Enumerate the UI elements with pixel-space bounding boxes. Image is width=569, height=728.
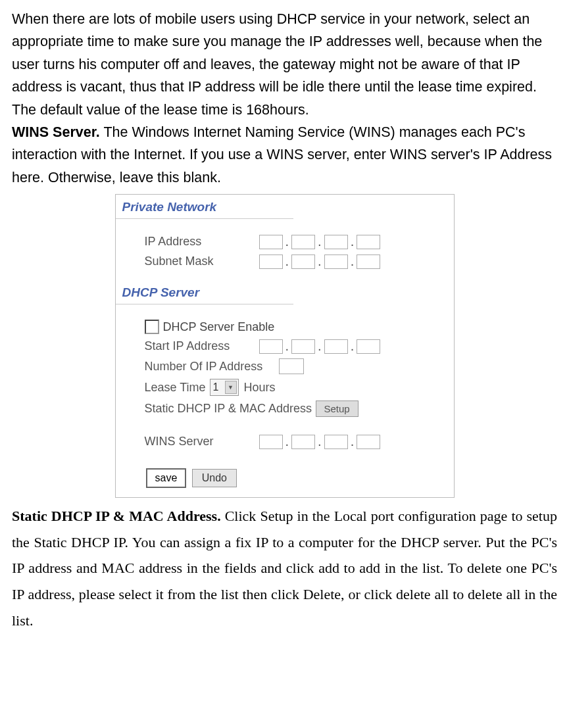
start-ip-octet-4[interactable] (357, 339, 380, 354)
setup-button[interactable]: Setup (316, 400, 359, 417)
subnet-mask-label: Subnet Mask (145, 255, 257, 268)
button-row: save Undo (116, 460, 454, 497)
num-ip-input[interactable] (279, 358, 304, 374)
ip-octet-1[interactable] (259, 235, 283, 249)
lease-time-row: Lease Time 1 ▼ Hours (145, 379, 434, 396)
dhcp-server-body: DHCP Server Enable Start IP Address . . … (116, 304, 454, 460)
num-ip-row: Number Of IP Address (145, 358, 434, 374)
wins-octet-3[interactable] (324, 435, 348, 449)
start-ip-octet-1[interactable] (259, 339, 283, 354)
mask-octet-2[interactable] (291, 255, 315, 269)
config-panel: Private Network IP Address . . . Subnet … (115, 194, 455, 498)
lease-time-label: Lease Time (145, 381, 206, 395)
static-dhcp-row: Static DHCP IP & MAC Address Setup (145, 400, 434, 417)
dot-icon: . (351, 339, 355, 354)
intro-paragraph: When there are lots of mobile users usin… (12, 8, 557, 189)
private-network-body: IP Address . . . Subnet Mask . . . (116, 219, 454, 280)
dhcp-enable-checkbox[interactable] (145, 320, 159, 334)
subnet-mask-row: Subnet Mask . . . (145, 254, 434, 269)
ip-octet-3[interactable] (324, 235, 348, 249)
start-ip-label: Start IP Address (145, 339, 257, 353)
ip-address-row: IP Address . . . (145, 234, 434, 249)
static-dhcp-paragraph: Static DHCP IP & MAC Address. Click Setu… (12, 503, 557, 633)
dot-icon: . (351, 234, 355, 249)
mask-octet-4[interactable] (357, 255, 380, 269)
dot-icon: . (318, 254, 322, 269)
save-button[interactable]: save (146, 468, 187, 488)
dot-icon: . (285, 254, 289, 269)
start-ip-octet-3[interactable] (324, 339, 348, 354)
para1-text: When there are lots of mobile users usin… (12, 11, 542, 118)
undo-button[interactable]: Undo (192, 469, 237, 487)
wins-heading: WINS Server. (12, 124, 100, 140)
ip-address-label: IP Address (145, 235, 257, 249)
dhcp-server-title: DHCP Server (116, 281, 293, 304)
num-ip-label: Number Of IP Address (145, 360, 276, 374)
dhcp-enable-row: DHCP Server Enable (145, 320, 434, 334)
dot-icon: . (351, 254, 355, 269)
wins-server-row: WINS Server . . . (145, 434, 434, 449)
dot-icon: . (285, 234, 289, 249)
dot-icon: . (285, 434, 289, 449)
hours-label: Hours (244, 381, 276, 395)
static-text: Click Setup in the Local port configurat… (12, 508, 557, 628)
dot-icon: . (318, 234, 322, 249)
dot-icon: . (318, 434, 322, 449)
wins-server-label: WINS Server (145, 435, 257, 449)
start-ip-octet-2[interactable] (291, 339, 315, 354)
start-ip-row: Start IP Address . . . (145, 339, 434, 354)
mask-octet-3[interactable] (324, 255, 348, 269)
mask-octet-1[interactable] (259, 255, 283, 269)
lease-time-value: 1 (213, 381, 219, 393)
private-network-title: Private Network (116, 196, 293, 219)
wins-octet-4[interactable] (357, 435, 380, 449)
dot-icon: . (285, 339, 289, 354)
dot-icon: . (351, 434, 355, 449)
static-heading: Static DHCP IP & MAC Address. (12, 508, 221, 524)
static-dhcp-label: Static DHCP IP & MAC Address (145, 402, 314, 416)
dhcp-enable-label: DHCP Server Enable (163, 320, 275, 334)
wins-octet-2[interactable] (291, 435, 315, 449)
lease-time-select[interactable]: 1 ▼ (210, 379, 239, 396)
ip-octet-2[interactable] (291, 235, 315, 249)
dot-icon: . (318, 339, 322, 354)
wins-octet-1[interactable] (259, 435, 283, 449)
ip-octet-4[interactable] (357, 235, 380, 249)
chevron-down-icon: ▼ (225, 381, 237, 394)
